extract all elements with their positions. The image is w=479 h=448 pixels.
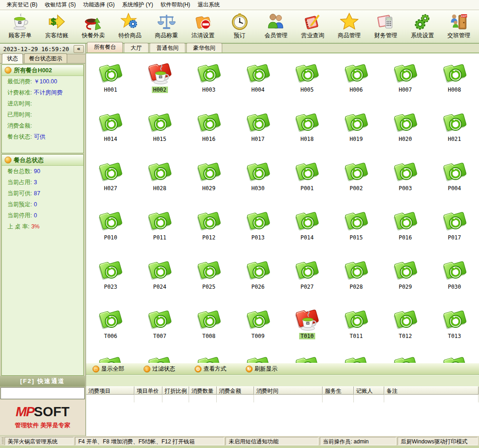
menu-item-2[interactable]: 功能选择 (G) bbox=[80, 0, 119, 10]
finance-button[interactable]: 财务管理 bbox=[368, 11, 404, 43]
members-button[interactable]: 会员管理 bbox=[258, 11, 294, 43]
table-cell-P001[interactable]: P001 bbox=[283, 152, 332, 201]
table-cell-P013[interactable]: P013 bbox=[233, 201, 283, 250]
table-cell-T009[interactable]: T009 bbox=[233, 300, 283, 349]
business-query-button[interactable]: 营业查询 bbox=[294, 11, 331, 43]
table-cell-H004[interactable]: H004 bbox=[233, 53, 283, 103]
table-cell-partial[interactable] bbox=[283, 349, 332, 363]
table-cell-H008[interactable]: H008 bbox=[430, 53, 479, 103]
free-table-icon bbox=[341, 304, 371, 332]
table-cell-H019[interactable]: H019 bbox=[332, 103, 381, 152]
table-cell-H003[interactable]: H003 bbox=[185, 53, 234, 103]
table-cell-T008[interactable]: T008 bbox=[185, 300, 234, 349]
collapse-sidebar-button[interactable]: « bbox=[74, 45, 84, 53]
table-cell-T013[interactable]: T013 bbox=[430, 300, 479, 349]
reservation-button[interactable]: 预订 bbox=[221, 11, 258, 43]
table-cell-T012[interactable]: T012 bbox=[381, 300, 430, 349]
order-column-6[interactable]: 服务生 bbox=[323, 386, 354, 395]
quick-channel-input[interactable] bbox=[0, 387, 85, 399]
checkout-button[interactable]: $ 宾客结账 bbox=[38, 11, 75, 43]
table-cell-P011[interactable]: P011 bbox=[135, 201, 185, 250]
menu-item-4[interactable]: 软件帮助(H) bbox=[157, 0, 194, 10]
table-cell-H018[interactable]: H018 bbox=[283, 103, 332, 152]
table-cell-P010[interactable]: P010 bbox=[86, 201, 135, 250]
menu-item-0[interactable]: 来宾登记 (B) bbox=[3, 0, 41, 10]
table-cell-P017[interactable]: P017 bbox=[430, 201, 479, 250]
tab-all-tables[interactable]: 所有餐台 bbox=[87, 42, 123, 52]
table-cell-H020[interactable]: H020 bbox=[381, 103, 430, 152]
table-cell-P002[interactable]: P002 bbox=[332, 152, 381, 201]
table-cell-P028[interactable]: P028 bbox=[332, 250, 381, 300]
table-cell-P012[interactable]: P012 bbox=[185, 201, 234, 250]
tab-deluxe-room[interactable]: 豪华包间 bbox=[186, 43, 222, 52]
refresh-button[interactable]: ↻刷新显示 bbox=[246, 365, 277, 373]
order-column-3[interactable]: 消费数量 bbox=[189, 386, 217, 395]
order-column-0[interactable]: 消费项目 bbox=[86, 386, 134, 395]
table-cell-partial[interactable] bbox=[135, 349, 185, 363]
order-column-5[interactable]: 消费时间 bbox=[254, 386, 323, 395]
table-cell-P025[interactable]: P025 bbox=[185, 250, 234, 300]
table-cell-H017[interactable]: H017 bbox=[233, 103, 283, 152]
system-settings-button[interactable]: 系统设置 bbox=[404, 11, 440, 43]
table-cell-P014[interactable]: P014 bbox=[283, 201, 332, 250]
takeout-button[interactable]: 快餐外卖 bbox=[75, 11, 111, 43]
order-column-1[interactable]: 项目单价 bbox=[134, 386, 162, 395]
table-cell-P030[interactable]: P030 bbox=[430, 250, 479, 300]
table-cell-P026[interactable]: P026 bbox=[233, 250, 283, 300]
order-column-7[interactable]: 记账人 bbox=[354, 386, 384, 395]
shift-management-button[interactable]: EXIT 交班管理 bbox=[441, 11, 477, 43]
table-cell-H029[interactable]: H029 bbox=[185, 152, 234, 201]
open-order-button[interactable]: W 顾客开单 bbox=[2, 11, 38, 43]
table-cell-partial[interactable] bbox=[185, 349, 234, 363]
table-cell-partial[interactable] bbox=[381, 349, 430, 363]
weigh-items-button[interactable]: 商品称重 bbox=[148, 11, 185, 43]
table-cell-T006[interactable]: T006 bbox=[86, 300, 135, 349]
tab-hall[interactable]: 大厅 bbox=[124, 43, 149, 52]
table-cell-H015[interactable]: H015 bbox=[135, 103, 185, 152]
table-cell-P003[interactable]: P003 bbox=[381, 152, 430, 201]
order-column-8[interactable]: 备注 bbox=[384, 386, 479, 395]
table-cell-P015[interactable]: P015 bbox=[332, 201, 381, 250]
table-cell-P024[interactable]: P024 bbox=[135, 250, 185, 300]
table-cell-H014[interactable]: H014 bbox=[86, 103, 135, 152]
table-cell-H028[interactable]: H028 bbox=[135, 152, 185, 201]
table-cell-H002[interactable]: H002 bbox=[135, 53, 185, 103]
table-cell-P023[interactable]: P023 bbox=[86, 250, 135, 300]
special-items-button[interactable]: 特价商品 bbox=[111, 11, 148, 43]
table-cell-partial[interactable] bbox=[233, 349, 283, 363]
table-label: P011 bbox=[152, 234, 168, 241]
view-mode-button[interactable]: ⊙查看方式 bbox=[195, 365, 226, 373]
table-cell-H021[interactable]: H021 bbox=[430, 103, 479, 152]
table-cell-P016[interactable]: P016 bbox=[381, 201, 430, 250]
menu-item-3[interactable]: 系统维护 (Y) bbox=[118, 0, 156, 10]
table-cell-partial[interactable] bbox=[332, 349, 381, 363]
table-cell-H007[interactable]: H007 bbox=[381, 53, 430, 103]
table-cell-P027[interactable]: P027 bbox=[283, 250, 332, 300]
toolbar-label: 财务管理 bbox=[374, 32, 397, 40]
tab-status[interactable]: 状态 bbox=[2, 53, 23, 64]
table-cell-H027[interactable]: H027 bbox=[86, 152, 135, 201]
table-cell-H006[interactable]: H006 bbox=[332, 53, 381, 103]
table-cell-T011[interactable]: T011 bbox=[332, 300, 381, 349]
table-cell-T010[interactable]: T010 bbox=[283, 300, 332, 349]
table-cell-partial[interactable] bbox=[86, 349, 135, 363]
table-cell-H016[interactable]: H016 bbox=[185, 103, 234, 152]
menu-item-1[interactable]: 收银结算 (S) bbox=[41, 0, 79, 10]
soldout-settings-button[interactable]: 沽清设置 bbox=[185, 11, 221, 43]
table-cell-H030[interactable]: H030 bbox=[233, 152, 283, 201]
items-management-button[interactable]: 商品管理 bbox=[331, 11, 367, 43]
table-cell-partial[interactable] bbox=[430, 349, 479, 363]
table-cell-H005[interactable]: H005 bbox=[283, 53, 332, 103]
menu-item-5[interactable]: 退出系统 bbox=[194, 0, 223, 10]
tab-standard-room[interactable]: 普通包间 bbox=[150, 43, 185, 52]
show-all-button[interactable]: □显示全部 bbox=[92, 365, 124, 373]
members-icon bbox=[267, 12, 285, 31]
table-cell-P029[interactable]: P029 bbox=[381, 250, 430, 300]
table-cell-T007[interactable]: T007 bbox=[135, 300, 185, 349]
table-cell-H001[interactable]: H001 bbox=[86, 53, 135, 103]
filter-status-button[interactable]: ↓过滤状态 bbox=[144, 365, 175, 373]
order-column-4[interactable]: 消费金额 bbox=[217, 386, 254, 395]
order-column-2[interactable]: 打折比例 bbox=[162, 386, 189, 395]
table-cell-P004[interactable]: P004 bbox=[430, 152, 479, 201]
tab-table-status-legend[interactable]: 餐台状态图示 bbox=[24, 53, 67, 63]
